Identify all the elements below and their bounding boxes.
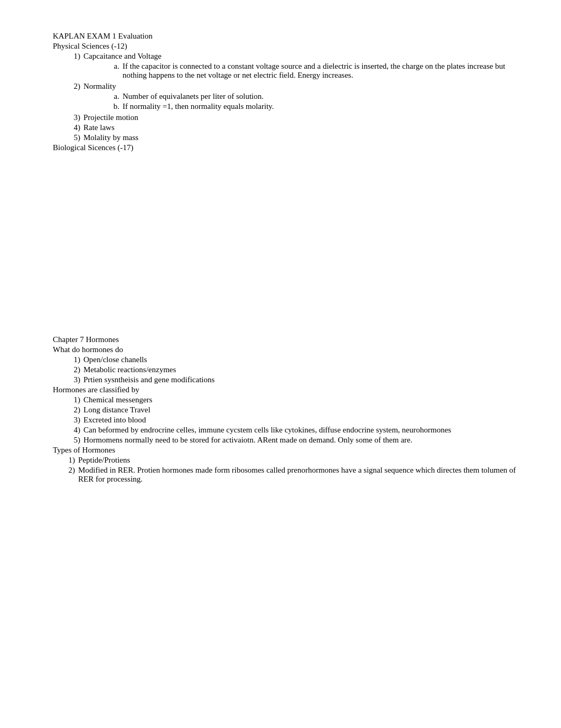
- what-do-hormones-header: What do hormones do: [53, 345, 519, 354]
- list-num: 5): [69, 133, 80, 142]
- list-num: 2): [69, 406, 80, 414]
- list-num: 5): [69, 436, 80, 445]
- list-num: 4): [69, 123, 80, 132]
- list-item: 2) Normality a. Number of equivalanets p…: [69, 82, 519, 112]
- item-label: Rate laws: [83, 123, 115, 132]
- list-content: Prtien sysntheisis and gene modification…: [83, 375, 214, 384]
- list-num: 3): [69, 375, 80, 384]
- sublist-item: a. If the capacitor is connected to a co…: [110, 62, 519, 80]
- page: KAPLAN EXAM 1 Evaluation Physical Scienc…: [0, 0, 561, 728]
- list-item: 1) Capcaitance and Voltage a. If the cap…: [69, 52, 519, 81]
- list-num: 1): [69, 355, 80, 364]
- sublist-content: Number of equivalanets per liter of solu…: [123, 92, 274, 101]
- hormones-classified-list: 1) Chemical messengers 2) Long distance …: [53, 395, 519, 445]
- list-content: Rate laws: [83, 123, 115, 132]
- list-content: Capcaitance and Voltage a. If the capaci…: [83, 52, 519, 81]
- chapter-section: Chapter 7 Hormones What do hormones do 1…: [53, 335, 519, 484]
- sublist: a. If the capacitor is connected to a co…: [83, 62, 519, 80]
- top-section: KAPLAN EXAM 1 Evaluation Physical Scienc…: [53, 32, 519, 152]
- list-item: 1) Open/close chanells: [69, 355, 519, 364]
- list-item: 2) Modified in RER. Protien hormones mad…: [63, 466, 519, 484]
- list-num: 2): [69, 82, 80, 112]
- list-content: Open/close chanells: [83, 355, 147, 364]
- item-label: Capcaitance and Voltage: [83, 52, 162, 60]
- sublist-content: If normality =1, then normality equals m…: [123, 102, 274, 111]
- chapter-title: Chapter 7 Hormones: [53, 335, 519, 344]
- list-content: Normality a. Number of equivalanets per …: [83, 82, 274, 112]
- list-item: 1) Peptide/Protiens: [63, 456, 519, 465]
- list-content: Hormomens normally need to be stored for…: [83, 436, 413, 445]
- list-item: 3) Projectile motion: [69, 113, 519, 122]
- list-num: 2): [69, 365, 80, 374]
- list-num: 4): [69, 426, 80, 435]
- list-content: Chemical messengers: [83, 395, 152, 404]
- hormones-classified-header: Hormones are classified by: [53, 385, 519, 394]
- list-item: 4) Can beformed by endrocrine celles, im…: [69, 426, 519, 435]
- biological-sciences-header: Biological Sicences (-17): [53, 143, 519, 152]
- list-item: 3) Prtien sysntheisis and gene modificat…: [69, 375, 519, 384]
- list-num: 2): [63, 466, 75, 484]
- what-do-hormones-list: 1) Open/close chanells 2) Metabolic reac…: [53, 355, 519, 384]
- list-content: Modified in RER. Protien hormones made f…: [78, 466, 519, 484]
- types-of-hormones-header: Types of Hormones: [53, 446, 519, 455]
- exam-title: KAPLAN EXAM 1 Evaluation: [53, 32, 519, 41]
- list-item: 3) Excreted into blood: [69, 416, 519, 425]
- sublist-letter: b.: [110, 102, 119, 111]
- list-num: 1): [69, 395, 80, 404]
- sublist-content: If the capacitor is connected to a const…: [123, 62, 519, 80]
- list-item: 2) Metabolic reactions/enzymes: [69, 365, 519, 374]
- list-content: Excreted into blood: [83, 416, 146, 425]
- sublist-letter: a.: [110, 62, 119, 80]
- physical-sciences-header: Physical Sciences (-12): [53, 42, 519, 51]
- list-num: 1): [69, 52, 80, 81]
- list-num: 1): [63, 456, 75, 465]
- list-content: Long distance Travel: [83, 406, 151, 414]
- list-content: Molality by mass: [83, 133, 138, 142]
- list-num: 3): [69, 416, 80, 425]
- list-item: 1) Chemical messengers: [69, 395, 519, 404]
- list-item: 5) Molality by mass: [69, 133, 519, 142]
- item-label: Projectile motion: [83, 113, 138, 122]
- item-label: Molality by mass: [83, 133, 138, 142]
- list-num: 3): [69, 113, 80, 122]
- physical-sciences-list: 1) Capcaitance and Voltage a. If the cap…: [53, 52, 519, 142]
- list-item: 2) Long distance Travel: [69, 406, 519, 414]
- list-content: Metabolic reactions/enzymes: [83, 365, 176, 374]
- list-content: Can beformed by endrocrine celles, immun…: [83, 426, 451, 435]
- sublist-letter: a.: [110, 92, 119, 101]
- list-item: 4) Rate laws: [69, 123, 519, 132]
- sublist: a. Number of equivalanets per liter of s…: [83, 92, 274, 111]
- sublist-item: a. Number of equivalanets per liter of s…: [110, 92, 274, 101]
- spacer: [53, 155, 519, 335]
- list-content: Projectile motion: [83, 113, 138, 122]
- types-of-hormones-list: 1) Peptide/Protiens 2) Modified in RER. …: [53, 456, 519, 484]
- item-label: Normality: [83, 82, 116, 90]
- list-item: 5) Hormomens normally need to be stored …: [69, 436, 519, 445]
- list-content: Peptide/Protiens: [78, 456, 130, 465]
- sublist-item: b. If normality =1, then normality equal…: [110, 102, 274, 111]
